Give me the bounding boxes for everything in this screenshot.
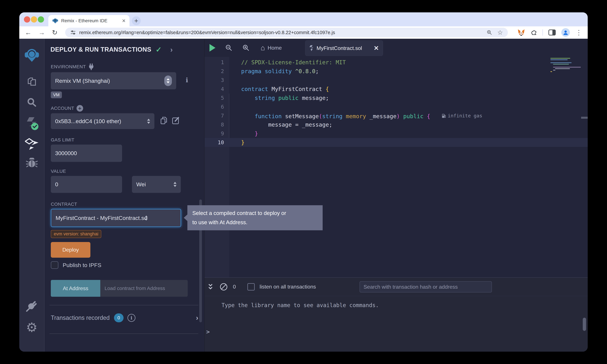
browser-tab[interactable]: Remix - Ethereum IDE × [48, 15, 130, 26]
tooltip-line1: Select a compiled contract to deploy or [192, 208, 323, 218]
window-zoom-button[interactable] [38, 16, 44, 23]
reload-icon[interactable]: ↻ [52, 29, 58, 36]
select-arrows-icon [147, 119, 150, 124]
terminal-scrollbar[interactable] [583, 318, 586, 331]
expand-terminal-icon[interactable] [207, 283, 214, 291]
home-icon: ⌂ [261, 44, 265, 52]
panel-title: DEPLOY & RUN TRANSACTIONS [51, 46, 151, 53]
terminal-prompt[interactable]: > [206, 328, 210, 335]
code-line: pragma solidity ^0.8.0; [241, 67, 319, 76]
site-info-icon[interactable] [70, 29, 76, 36]
tab-close-icon[interactable]: × [122, 18, 126, 24]
select-arrows-icon [145, 215, 148, 221]
select-arrows-icon [173, 182, 176, 187]
zoom-in-icon[interactable] [242, 44, 250, 52]
gas-limit-label: GAS LIMIT [51, 137, 74, 143]
new-tab-button[interactable]: + [132, 16, 141, 25]
account-select[interactable]: 0x5B3...eddC4 (100 ether) [51, 113, 154, 129]
back-icon[interactable]: ← [25, 29, 31, 36]
account-label: ACCOUNT [51, 106, 74, 111]
panel-check-icon: ✓ [156, 45, 162, 54]
plug-icon [88, 64, 94, 70]
evm-version-badge: evm version: shanghai [51, 230, 101, 238]
environment-info-icon[interactable]: i [186, 76, 188, 84]
zoom-out-icon[interactable] [225, 44, 233, 52]
code-line: string public message; [241, 93, 329, 102]
environment-value: Remix VM (Shanghai) [55, 78, 110, 84]
deploy-button[interactable]: Deploy [51, 242, 90, 258]
file-tab-close-icon[interactable]: ✕ [374, 44, 379, 52]
address-bar[interactable]: remix.ethereum.org/#lang=en&optimize=fal… [65, 28, 508, 37]
remix-app: ⚙ DEPLOY & RUN TRANSACTIONS ✓ › ENVIRONM… [19, 39, 588, 352]
remix-favicon-icon [52, 18, 58, 24]
pending-count: 0 [233, 284, 236, 290]
line-number: 5 [205, 93, 224, 102]
transactions-recorded-label: Transactions recorded [51, 314, 110, 321]
vm-badge: VM [51, 91, 62, 98]
at-address-input[interactable] [105, 286, 184, 291]
clear-console-icon[interactable] [220, 283, 227, 290]
deploy-and-run-icon[interactable] [25, 138, 39, 151]
line-number: 8 [205, 120, 224, 129]
edit-account-icon[interactable] [172, 116, 180, 124]
account-value: 0x5B3...eddC4 (100 ether) [55, 118, 121, 124]
icon-rail: ⚙ [19, 39, 45, 352]
settings-gear-icon[interactable]: ⚙ [26, 321, 38, 334]
browser-window: Remix - Ethereum IDE × + ← → ↻ remix.eth… [19, 12, 588, 352]
editor-toolbar: ⌂ Home MyFirstContract.sol ✕ [205, 39, 588, 57]
active-line-highlight [205, 138, 588, 147]
gas-limit-input-wrap [51, 144, 122, 162]
select-spinner-icon [164, 76, 172, 86]
profile-avatar[interactable] [561, 28, 570, 37]
value-unit-select[interactable]: Wei [132, 176, 181, 193]
search-icon[interactable] [26, 97, 38, 109]
code-line: } [241, 129, 258, 138]
solidity-file-icon [309, 45, 314, 52]
transactions-info-icon[interactable]: i [128, 314, 135, 322]
value-input[interactable] [55, 181, 118, 188]
contract-select[interactable]: MyFirstContract - MyFirstContract.so [51, 209, 181, 227]
plugin-manager-icon[interactable] [26, 299, 38, 312]
bookmark-star-icon[interactable]: ☆ [497, 29, 503, 36]
editor-scrollbar[interactable] [581, 117, 588, 119]
listen-transactions-checkbox[interactable] [247, 283, 255, 290]
code-line: contract MyFirstContract { [241, 85, 329, 93]
line-number: 9 [205, 129, 224, 138]
editor-minimap[interactable] [550, 58, 581, 73]
line-number: 7 [205, 111, 224, 120]
code-editor[interactable]: 12345678910 // SPDX-License-Identifier: … [205, 57, 588, 277]
forward-icon[interactable]: → [39, 29, 45, 36]
tab-home[interactable]: ⌂ Home [261, 44, 282, 52]
tooltip-line2: to use with At Address. [192, 218, 323, 227]
publish-ipfs-label: Publish to IPFS [63, 262, 101, 268]
debugger-icon[interactable] [26, 158, 38, 169]
copy-account-icon[interactable] [160, 116, 168, 125]
tab-file-active[interactable]: MyFirstContract.sol ✕ [305, 40, 383, 56]
gas-limit-input[interactable] [55, 150, 118, 156]
panel-divider [50, 334, 198, 334]
file-explorer-icon[interactable] [26, 76, 38, 88]
window-minimize-button[interactable] [31, 16, 37, 23]
side-panel-icon[interactable] [548, 29, 556, 36]
line-number: 3 [205, 76, 224, 85]
publish-ipfs-checkbox[interactable] [51, 261, 58, 269]
solidity-compiler-icon[interactable] [25, 116, 39, 131]
metamask-icon[interactable] [518, 29, 525, 36]
window-close-button[interactable] [24, 16, 30, 23]
listen-transactions-label: listen on all transactions [260, 284, 316, 290]
tab-title: Remix - Ethereum IDE [61, 18, 122, 23]
value-unit: Wei [136, 181, 146, 188]
panel-collapse-icon[interactable]: › [170, 46, 173, 54]
indent-guide [229, 93, 229, 138]
zoom-page-icon[interactable] [487, 29, 492, 36]
extensions-icon[interactable] [530, 29, 537, 36]
terminal-search-input[interactable] [364, 284, 488, 290]
environment-select[interactable]: Remix VM (Shanghai) [51, 72, 176, 89]
run-script-icon[interactable] [210, 44, 215, 52]
line-number: 2 [205, 67, 224, 76]
menu-kebab-icon[interactable]: ⋮ [576, 29, 582, 36]
add-account-icon[interactable]: + [77, 105, 83, 112]
transactions-count-badge: 0 [114, 313, 124, 322]
at-address-button[interactable]: At Address [51, 280, 100, 297]
transactions-expand-icon[interactable]: › [196, 314, 198, 322]
